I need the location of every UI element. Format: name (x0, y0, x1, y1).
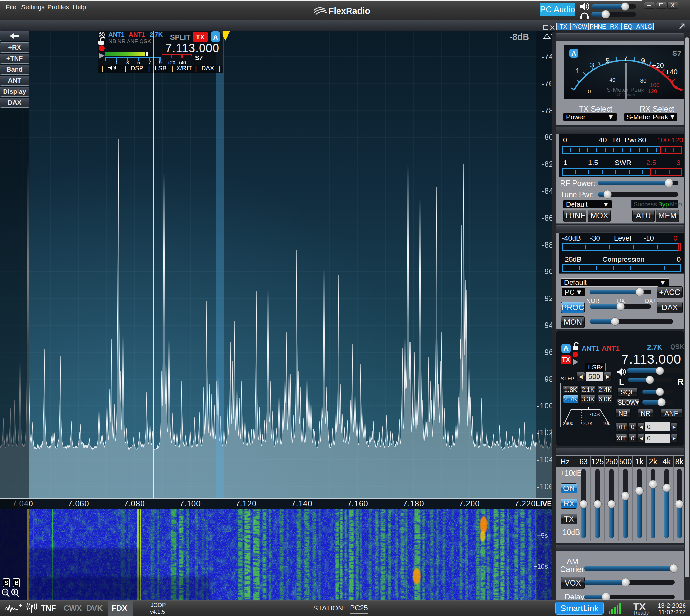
svg-text:0: 0 (588, 89, 591, 95)
svg-text:7.080: 7.080 (124, 499, 145, 508)
svg-text:|: | (195, 65, 197, 72)
svg-text:NB NR ANF QSK: NB NR ANF QSK (108, 38, 151, 44)
svg-text:+20: +20 (168, 60, 175, 65)
svg-text:5: 5 (137, 60, 140, 65)
svg-text:|: | (172, 65, 173, 72)
svg-text:7.100: 7.100 (179, 499, 200, 508)
svg-text:A: A (571, 49, 576, 58)
svg-text:9: 9 (641, 57, 645, 65)
svg-text:LSB: LSB (155, 65, 167, 72)
svg-text:1: 1 (115, 60, 118, 65)
svg-text:S7: S7 (672, 49, 681, 58)
svg-text:+20: +20 (652, 61, 664, 69)
svg-text:1: 1 (576, 67, 580, 75)
svg-text:3: 3 (590, 61, 594, 69)
svg-text:RF Power: RF Power (616, 92, 636, 97)
svg-text:+40: +40 (178, 60, 186, 65)
svg-text:FlexRadio: FlexRadio (328, 6, 370, 16)
svg-text:−5s: −5s (537, 532, 548, 539)
svg-text:TX: TX (196, 33, 205, 41)
svg-text:40: 40 (609, 77, 616, 83)
svg-text:7.120: 7.120 (235, 499, 256, 508)
svg-text:|: | (125, 65, 126, 72)
svg-text:9: 9 (159, 60, 161, 65)
svg-text:2.7K: 2.7K (583, 421, 592, 426)
svg-text:7.113.000: 7.113.000 (166, 42, 219, 55)
svg-text:SPLIT: SPLIT (170, 33, 191, 41)
svg-text:-100: -100 (537, 401, 554, 410)
svg-text:2.7K: 2.7K (150, 31, 163, 38)
svg-text:ANT1: ANT1 (108, 31, 125, 38)
svg-text:−10s: −10s (534, 563, 548, 570)
svg-text:100: 100 (603, 421, 610, 426)
svg-text:3: 3 (126, 60, 129, 65)
svg-text:7.220: 7.220 (514, 499, 536, 508)
svg-text:7.160: 7.160 (347, 499, 368, 508)
svg-text:7: 7 (148, 60, 151, 65)
svg-text:7: 7 (624, 54, 628, 62)
svg-text:-104: -104 (537, 456, 554, 464)
svg-text:X/RIT: X/RIT (176, 65, 192, 72)
svg-text:|: | (219, 65, 220, 72)
svg-text:-1.5K: -1.5K (590, 412, 601, 417)
svg-text:DAX: DAX (201, 65, 214, 72)
svg-text:-102: -102 (537, 428, 554, 437)
svg-text:|: | (102, 65, 103, 72)
svg-text:A: A (213, 33, 218, 41)
svg-text:|: | (148, 65, 150, 72)
svg-text:-8dB: -8dB (510, 32, 529, 42)
svg-text:7.200: 7.200 (459, 499, 480, 508)
svg-text:80: 80 (640, 78, 647, 84)
svg-text:LIVE: LIVE (536, 500, 552, 508)
svg-text:DSP: DSP (130, 65, 143, 72)
svg-text:S7: S7 (195, 54, 202, 61)
svg-text:+40: +40 (665, 68, 677, 76)
svg-text:120: 120 (648, 88, 657, 94)
svg-text:2800: 2800 (563, 421, 573, 426)
svg-text:-106: -106 (537, 482, 554, 491)
svg-text:7.060: 7.060 (68, 499, 89, 508)
svg-text:5: 5 (606, 57, 609, 65)
svg-text:ANT1: ANT1 (129, 31, 145, 38)
svg-text:7.180: 7.180 (403, 499, 424, 508)
svg-text:7.140: 7.140 (291, 499, 312, 508)
svg-text:100: 100 (650, 82, 659, 88)
